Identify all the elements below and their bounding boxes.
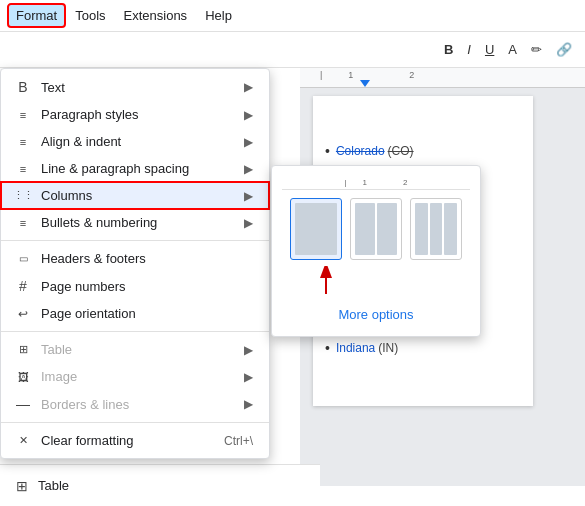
borders-label: Borders & lines: [41, 397, 240, 412]
page-numbers-label: Page numbers: [41, 279, 253, 294]
highlight-button[interactable]: ✏: [526, 40, 547, 59]
columns-label: Columns: [41, 188, 240, 203]
main-content: B Text ▶ ≡ Paragraph styles ▶ ≡ Align & …: [0, 68, 585, 486]
columns-arrow: ▶: [244, 189, 253, 203]
align-icon: ≡: [13, 136, 33, 148]
menu-text[interactable]: B Text ▶: [1, 73, 269, 101]
text-icon: B: [13, 79, 33, 95]
sep2: [1, 331, 269, 332]
bullets-label: Bullets & numbering: [41, 215, 240, 230]
col1-inner: [295, 203, 337, 255]
format-menu-item[interactable]: Format: [8, 4, 65, 27]
col2-left: [355, 203, 375, 255]
sep3: [1, 422, 269, 423]
borders-icon: —: [13, 396, 33, 412]
bullets-arrow: ▶: [244, 216, 253, 230]
tools-menu-item[interactable]: Tools: [67, 4, 113, 27]
bold-button[interactable]: B: [439, 40, 458, 59]
col3-wrap: [415, 203, 457, 255]
columns-icon: ⋮⋮: [13, 189, 33, 202]
menu-line-spacing[interactable]: ≡ Line & paragraph spacing ▶: [1, 155, 269, 182]
columns-submenu: |12: [271, 165, 481, 337]
col3-c: [444, 203, 457, 255]
col2-wrap: [355, 203, 397, 255]
menu-paragraph-styles[interactable]: ≡ Paragraph styles ▶: [1, 101, 269, 128]
font-color-button[interactable]: A: [503, 40, 522, 59]
menu-page-orientation[interactable]: ↩ Page orientation: [1, 300, 269, 327]
toolbar: B I U A ✏ 🔗: [0, 32, 585, 68]
help-label: Help: [205, 8, 232, 23]
state-code-indiana: (IN): [378, 340, 398, 357]
format-toolbar: B I U A ✏ 🔗: [439, 40, 577, 59]
table-bar-icon: ⊞: [16, 478, 28, 494]
list-item-colorado: Colorado (CO): [325, 142, 521, 162]
menu-columns[interactable]: ⋮⋮ Columns ▶: [1, 182, 269, 209]
three-column-option[interactable]: [410, 198, 462, 260]
more-options[interactable]: More options: [282, 303, 470, 326]
clear-icon: ✕: [13, 434, 33, 447]
paragraph-icon: ≡: [13, 109, 33, 121]
clear-label: Clear formatting: [41, 433, 204, 448]
tools-label: Tools: [75, 8, 105, 23]
state-name-colorado: Colorado: [336, 143, 385, 160]
table-label-bar: ⊞ Table: [0, 464, 320, 506]
page-orientation-label: Page orientation: [41, 306, 253, 321]
paragraph-label: Paragraph styles: [41, 107, 240, 122]
line-spacing-icon: ≡: [13, 163, 33, 175]
page-orientation-icon: ↩: [13, 307, 33, 321]
menu-bullets[interactable]: ≡ Bullets & numbering ▶: [1, 209, 269, 236]
col2-right: [377, 203, 397, 255]
table-arrow: ▶: [244, 343, 253, 357]
two-column-option[interactable]: [350, 198, 402, 260]
menu-borders: — Borders & lines ▶: [1, 390, 269, 418]
menu-table: ⊞ Table ▶: [1, 336, 269, 363]
menu-page-numbers[interactable]: # Page numbers: [1, 272, 269, 300]
table-label: Table: [41, 342, 240, 357]
borders-arrow: ▶: [244, 397, 253, 411]
paragraph-arrow: ▶: [244, 108, 253, 122]
align-label: Align & indent: [41, 134, 240, 149]
extensions-menu-item[interactable]: Extensions: [116, 4, 196, 27]
menu-bar: Format Tools Extensions Help: [0, 0, 585, 32]
one-column-option[interactable]: [290, 198, 342, 260]
format-label: Format: [16, 8, 57, 23]
menu-clear-formatting[interactable]: ✕ Clear formatting Ctrl+\: [1, 427, 269, 454]
menu-headers-footers[interactable]: ▭ Headers & footers: [1, 245, 269, 272]
ruler: |12: [300, 68, 585, 88]
clear-shortcut: Ctrl+\: [224, 434, 253, 448]
table-icon: ⊞: [13, 343, 33, 356]
format-dropdown: B Text ▶ ≡ Paragraph styles ▶ ≡ Align & …: [0, 68, 270, 459]
extensions-label: Extensions: [124, 8, 188, 23]
bullets-icon: ≡: [13, 217, 33, 229]
state-name-indiana: Indiana: [336, 340, 375, 357]
menu-image: 🖼 Image ▶: [1, 363, 269, 390]
more-options-label: More options: [338, 307, 413, 322]
underline-button[interactable]: U: [480, 40, 499, 59]
help-menu-item[interactable]: Help: [197, 4, 240, 27]
state-code-colorado: (CO): [388, 143, 414, 160]
ruler-marker: [360, 80, 370, 87]
column-options: [282, 198, 470, 260]
app-wrapper: Format Tools Extensions Help B I U A ✏ 🔗: [0, 0, 585, 506]
format-dropdown-panel: B Text ▶ ≡ Paragraph styles ▶ ≡ Align & …: [0, 68, 300, 486]
headers-icon: ▭: [13, 253, 33, 264]
image-arrow: ▶: [244, 370, 253, 384]
table-bar-text: Table: [38, 478, 69, 493]
list-item-indiana: Indiana (IN): [325, 339, 521, 359]
italic-button[interactable]: I: [462, 40, 476, 59]
image-label: Image: [41, 369, 240, 384]
align-arrow: ▶: [244, 135, 253, 149]
text-arrow: ▶: [244, 80, 253, 94]
menu-align-indent[interactable]: ≡ Align & indent ▶: [1, 128, 269, 155]
text-label: Text: [41, 80, 240, 95]
sep1: [1, 240, 269, 241]
page-numbers-icon: #: [13, 278, 33, 294]
line-spacing-arrow: ▶: [244, 162, 253, 176]
col3-a: [415, 203, 428, 255]
link-button[interactable]: 🔗: [551, 40, 577, 59]
headers-label: Headers & footers: [41, 251, 253, 266]
col3-b: [430, 203, 443, 255]
image-icon: 🖼: [13, 371, 33, 383]
line-spacing-label: Line & paragraph spacing: [41, 161, 240, 176]
